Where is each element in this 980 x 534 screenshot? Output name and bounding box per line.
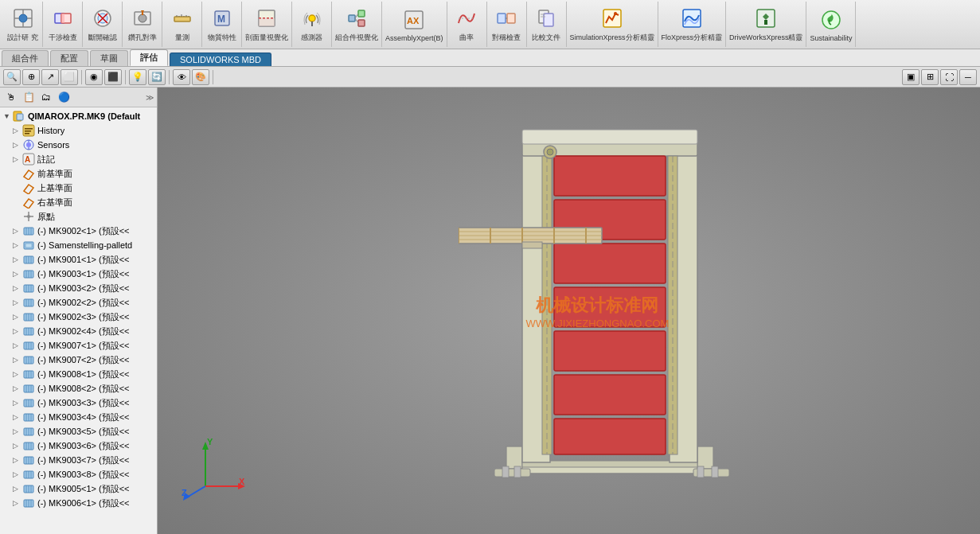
tree-root[interactable]: ▼ QIMAROX.PR.MK9 (Default [0,109,157,123]
main-area: 🖱 📋 🗂 🔵 ≫ ▼ QIMAROX.PR.MK9 (Default [0,88,980,534]
tree-history[interactable]: ▷ History [0,123,157,138]
toolbar-design-study[interactable]: 設計研 究 [3,2,43,47]
sensor-label: 感測器 [301,33,322,43]
tree-item-mk9002-2[interactable]: ▷ (-) MK9002<2> (預設<< [0,295,157,310]
annotation-label: 註記 [37,154,55,166]
toolbar-interference[interactable]: 干涉檢查 [43,2,83,47]
tree-sensors[interactable]: ▷ Sensors [0,138,157,152]
svg-rect-146 [514,466,521,477]
root-icon [13,110,25,123]
tree-item-mk9003-8[interactable]: ▷ (-) MK9003<8> (預設<< [0,467,157,481]
tree-right-plane[interactable]: ▷ 右基準面 [0,195,157,209]
pan-button[interactable]: ↗ [41,69,59,85]
tree-item-mk9001-1[interactable]: ▷ (-) MK9001<1> (預設<< [0,252,157,267]
sensors-label: Sensors [37,140,69,150]
zoom-area-button[interactable]: ⊕ [22,69,40,85]
tree-item-mk9003-2[interactable]: ▷ (-) MK9003<2> (預設<< [0,281,157,295]
tree-item-mk9007-2[interactable]: ▷ (-) MK9007<2> (預設<< [0,353,157,367]
root-arrow: ▼ [3,112,13,120]
viewport-3d[interactable]: 机械设计标准网 WWW.JIXIEZHONGNAO.COM Y X Z [158,88,980,534]
view-layout-button-1[interactable]: ▣ [902,69,919,85]
svg-rect-158 [554,331,666,371]
toolbar-assembly-vis[interactable]: 組合件視覺化 [332,2,382,47]
sustainability-label: Sustainability [810,34,852,42]
tree-item-mk9008-2[interactable]: ▷ (-) MK9008<2> (預設<< [0,381,157,396]
maximize-button[interactable]: ⛶ [940,69,958,85]
tab-evaluate[interactable]: 評估 [130,49,168,66]
compare-label: 對稱檢查 [492,33,521,43]
tree-samenstelling[interactable]: ▷ (-) Samenstelling-palletd [0,238,157,252]
feature-manager-btn[interactable]: 🖱 [3,89,19,105]
sustainability-icon [818,7,844,33]
tab-mbd[interactable]: SOLIDWORKS MBD [170,53,271,66]
section-view-button[interactable]: ⬛ [104,69,122,85]
toolbar-sustainability[interactable]: Sustainability [806,2,856,47]
top-plane-label: 上基準面 [37,182,72,194]
tree-item-mk9005-1[interactable]: ▷ (-) MK9005<1> (預設<< [0,481,157,496]
origin-icon [22,210,35,223]
view-orientation-button[interactable]: ◉ [85,69,103,85]
tree-top-plane[interactable]: ▷ 上基準面 [0,181,157,195]
tree-item-mk9007-1[interactable]: ▷ (-) MK9007<1> (預設<< [0,338,157,353]
toolbar-simulation[interactable]: SimulationXpress分析精靈 [567,2,658,47]
expand-panel-btn[interactable]: ≫ [146,93,154,102]
toolbar-compare-doc[interactable]: 比較文件 [527,2,567,47]
dimxpert-manager-btn[interactable]: 🔵 [56,89,72,105]
tab-config[interactable]: 配置 [50,50,88,66]
toolbar-hole[interactable]: 鑽孔對準 [123,2,162,47]
display-mode-button[interactable]: 🔄 [148,69,166,85]
toolbar-assembly-xpert[interactable]: AX AssemblyXpert(B) [382,2,447,47]
feature-tree[interactable]: ▼ QIMAROX.PR.MK9 (Default ▷ [0,107,157,534]
tree-item-mk9002-3[interactable]: ▷ (-) MK9002<3> (預設<< [0,310,157,324]
tree-annotation[interactable]: ▷ A 註記 [0,152,157,166]
toolbar-flow[interactable]: FloXpress分析精靈 [658,2,727,47]
tree-item-mk9003-6[interactable]: ▷ (-) MK9003<6> (預設<< [0,439,157,453]
samenstelling-arrow: ▷ [13,241,22,249]
sensor-icon [299,6,325,31]
config-manager-btn[interactable]: 🗂 [38,89,54,105]
toolbar-curve[interactable]: 曲率 [447,2,487,47]
toolbar-measure[interactable]: 量測 [162,2,202,47]
lights-button[interactable]: 💡 [129,69,146,85]
tab-assembly[interactable]: 組合件 [2,50,49,66]
svg-point-55 [26,142,31,147]
tree-item-mk9003-7[interactable]: ▷ (-) MK9003<7> (預設<< [0,453,157,467]
right-plane-icon [22,196,35,209]
appearance-button[interactable]: 🎨 [192,69,209,85]
tree-item-mk9003-3[interactable]: ▷ (-) MK9003<3> (預設<< [0,396,157,410]
toolbar-tolerance[interactable]: 斷開確認 [83,2,123,47]
measure-label: 量測 [175,33,189,43]
tree-item-mk9006-1[interactable]: ▷ (-) MK9006<1> (預設<< [0,496,157,510]
tree-item-mk9003-1[interactable]: ▷ (-) MK9003<1> (預設<< [0,267,157,281]
tolerance-label: 斷開確認 [88,33,117,43]
toolbar-compare[interactable]: 對稱檢查 [487,2,527,47]
toolbar-sensor[interactable]: 感測器 [292,2,332,47]
svg-rect-52 [25,131,31,132]
toolbar-material[interactable]: M 物質特性 [202,2,242,47]
toolbar-driveworks[interactable]: DriveWorksXpress精靈 [726,2,806,47]
tree-item-mk9003-4[interactable]: ▷ (-) MK9003<4> (預設<< [0,410,157,424]
zoom-fit-button[interactable]: 🔍 [3,69,21,85]
compare-icon [494,6,519,31]
svg-point-176 [547,149,553,155]
front-plane-icon [22,167,35,180]
tree-item-mk9008-1[interactable]: ▷ (-) MK9008<1> (預設<< [0,367,157,381]
rotate-button[interactable]: ⬜ [61,69,78,85]
history-arrow: ▷ [13,127,22,134]
property-manager-btn[interactable]: 📋 [21,89,37,105]
svg-rect-68 [25,244,32,248]
curve-label: 曲率 [459,33,474,43]
coordinate-axes: Y X Z [182,439,245,502]
mk9002-1-arrow: ▷ [13,227,22,235]
toolbar-section[interactable]: 剖面量視覺化 [242,2,292,47]
tree-item-mk9002-4[interactable]: ▷ (-) MK9002<4> (預設<< [0,324,157,338]
view-layout-button-2[interactable]: ⊞ [921,69,939,85]
hide-show-button[interactable]: 👁 [173,69,190,85]
minimize-button[interactable]: ─ [959,69,977,85]
tab-drawing[interactable]: 草圖 [90,50,128,66]
tree-mk9002-1[interactable]: ▷ (-) MK9002<1> (預設<< [0,224,157,238]
tree-front-plane[interactable]: ▷ 前基準面 [0,166,157,181]
tree-origin[interactable]: ▷ 原點 [0,209,157,224]
tab-bar: 組合件 配置 草圖 評估 SOLIDWORKS MBD [0,49,980,67]
tree-item-mk9003-5[interactable]: ▷ (-) MK9003<5> (預設<< [0,424,157,439]
